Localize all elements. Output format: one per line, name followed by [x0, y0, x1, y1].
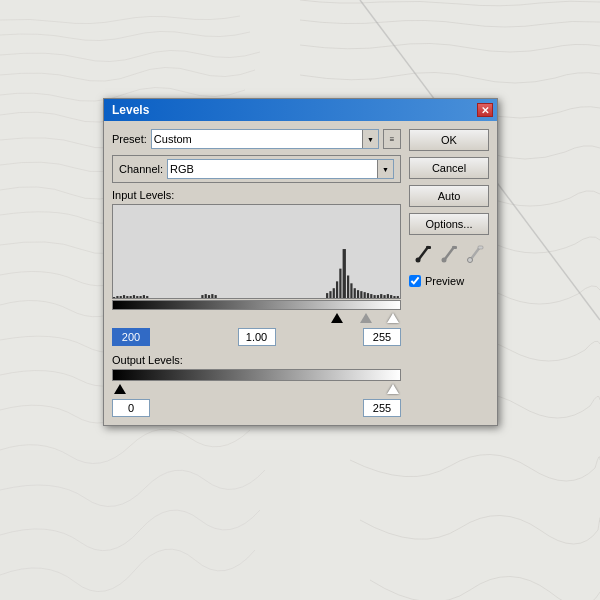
svg-rect-17: [208, 295, 210, 298]
black-eyedropper[interactable]: [412, 243, 434, 265]
svg-rect-40: [393, 296, 395, 298]
svg-rect-44: [426, 246, 431, 249]
preview-checkbox[interactable]: [409, 275, 421, 287]
output-levels-label: Output Levels:: [112, 354, 401, 366]
levels-dialog: Levels ✕ Preset: Custom ▼ ≡ Channel:: [103, 98, 498, 426]
svg-rect-34: [374, 295, 376, 298]
dialog-title: Levels: [112, 103, 149, 117]
black-output-slider[interactable]: [114, 384, 126, 394]
svg-rect-11: [136, 296, 138, 298]
dialog-body: Preset: Custom ▼ ≡ Channel: RGB ▼: [104, 121, 497, 425]
output-black-value[interactable]: [112, 399, 150, 417]
svg-rect-25: [343, 249, 346, 298]
white-output-slider[interactable]: [387, 384, 399, 394]
output-thumbs-area: [112, 381, 401, 395]
svg-rect-33: [370, 294, 372, 298]
auto-button[interactable]: Auto: [409, 185, 489, 207]
close-button[interactable]: ✕: [477, 103, 493, 117]
preview-label: Preview: [425, 275, 464, 287]
svg-rect-47: [452, 246, 457, 249]
input-gamma-value[interactable]: [238, 328, 276, 346]
white-eyedropper[interactable]: [464, 243, 486, 265]
preset-row: Preset: Custom ▼ ≡: [112, 129, 401, 149]
svg-rect-26: [347, 275, 349, 298]
input-slider-container: [112, 300, 401, 324]
preset-select[interactable]: Custom: [151, 129, 379, 149]
preset-select-wrapper: Custom ▼: [151, 129, 379, 149]
preview-row: Preview: [409, 275, 489, 287]
ok-button[interactable]: OK: [409, 129, 489, 151]
svg-rect-3: [113, 205, 400, 298]
svg-rect-23: [336, 281, 338, 298]
svg-rect-5: [116, 296, 118, 298]
svg-rect-24: [339, 269, 341, 298]
svg-rect-13: [143, 295, 145, 298]
gray-eyedropper[interactable]: [438, 243, 460, 265]
channel-label: Channel:: [119, 163, 163, 175]
svg-rect-32: [367, 293, 369, 298]
svg-rect-27: [350, 283, 352, 298]
input-values-row: [112, 328, 401, 346]
channel-select-wrapper: RGB ▼: [167, 159, 394, 179]
svg-rect-41: [397, 296, 399, 298]
input-white-value[interactable]: [363, 328, 401, 346]
svg-rect-6: [120, 296, 122, 298]
left-panel: Preset: Custom ▼ ≡ Channel: RGB ▼: [112, 129, 401, 417]
cancel-button[interactable]: Cancel: [409, 157, 489, 179]
svg-rect-15: [201, 295, 203, 298]
gamma-input-slider[interactable]: [360, 313, 372, 323]
svg-rect-16: [205, 294, 207, 298]
svg-rect-29: [357, 290, 359, 298]
svg-rect-10: [133, 295, 135, 298]
svg-rect-39: [390, 295, 392, 298]
channel-row: Channel: RGB ▼: [112, 155, 401, 183]
svg-rect-30: [360, 291, 362, 298]
svg-rect-35: [377, 295, 379, 298]
svg-rect-50: [478, 246, 483, 249]
preset-label: Preset:: [112, 133, 147, 145]
white-input-slider[interactable]: [387, 313, 399, 323]
svg-point-46: [442, 258, 447, 263]
svg-rect-19: [215, 295, 217, 298]
options-button[interactable]: Options...: [409, 213, 489, 235]
input-thumbs-area: [112, 310, 401, 324]
channel-select[interactable]: RGB: [167, 159, 394, 179]
svg-rect-2: [0, 450, 300, 600]
svg-rect-37: [383, 295, 385, 298]
svg-rect-4: [113, 297, 115, 298]
svg-rect-36: [380, 294, 382, 298]
histogram-svg: [113, 205, 400, 298]
output-values-row: [112, 399, 401, 417]
svg-rect-7: [123, 295, 125, 298]
svg-rect-9: [130, 296, 132, 298]
input-black-value[interactable]: [112, 328, 150, 346]
output-gradient-bar: [112, 369, 401, 381]
svg-rect-38: [387, 294, 389, 298]
black-input-slider[interactable]: [331, 313, 343, 323]
svg-rect-21: [329, 291, 331, 298]
svg-rect-22: [333, 288, 335, 298]
title-bar: Levels ✕: [104, 99, 497, 121]
svg-rect-31: [364, 292, 366, 298]
svg-rect-8: [126, 296, 128, 298]
svg-rect-20: [326, 293, 328, 298]
preset-menu-button[interactable]: ≡: [383, 129, 401, 149]
svg-rect-28: [354, 288, 356, 298]
svg-rect-18: [211, 294, 213, 298]
svg-rect-12: [139, 296, 141, 298]
svg-point-43: [416, 258, 421, 263]
input-levels-label: Input Levels:: [112, 189, 401, 201]
eyedropper-row: [409, 243, 489, 265]
right-panel: OK Cancel Auto Options...: [409, 129, 489, 417]
svg-point-49: [468, 258, 473, 263]
output-white-value[interactable]: [363, 399, 401, 417]
histogram: [112, 204, 401, 299]
svg-rect-14: [146, 296, 148, 298]
input-gradient-bar: [112, 300, 401, 310]
